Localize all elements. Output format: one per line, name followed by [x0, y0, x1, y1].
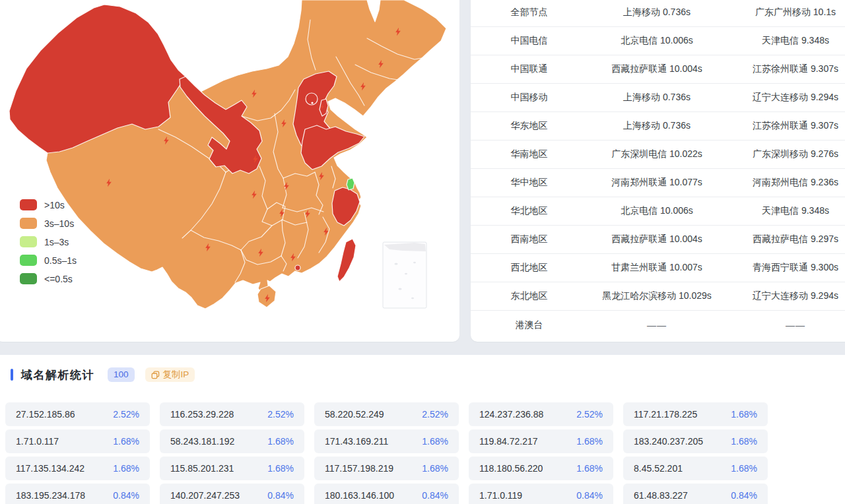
ip-percentage: 1.68%: [113, 436, 139, 447]
ip-address: 117.157.198.219: [325, 463, 393, 474]
legend-item: 3s–10s: [20, 218, 77, 229]
region-label: 华东地区: [471, 120, 588, 132]
node-a-value: 北京电信 10.006s: [588, 35, 726, 47]
node-table-row: 华南地区 广东深圳电信 10.022s 广东深圳移动 9.276s: [471, 141, 845, 169]
map-legend: >10s 3s–10s 1s–3s 0.5s–1s <=0.5s: [20, 199, 77, 292]
ip-stat-cell: 140.207.247.253 0.84%: [160, 484, 304, 504]
node-table-row: 全部节点 上海移动 0.736s 广东广州移动 10.1s: [471, 0, 845, 27]
copy-icon: [151, 371, 160, 379]
legend-label: >10s: [44, 200, 65, 210]
ip-percentage: 1.68%: [267, 463, 294, 474]
ip-stat-cell: 171.43.169.211 1.68%: [314, 429, 459, 453]
region-label: 港澳台: [471, 319, 588, 331]
china-map[interactable]: [0, 0, 462, 343]
ip-stat-cell: 58.220.52.249 2.52%: [314, 402, 459, 426]
node-speed-table-card: 全部节点 上海移动 0.736s 广东广州移动 10.1s 中国电信 北京电信 …: [471, 0, 845, 342]
node-b-value: 江苏徐州联通 9.307s: [726, 120, 845, 132]
node-table-row: 中国移动 上海移动 0.736s 辽宁大连移动 9.294s: [471, 84, 845, 112]
node-table-row: 西北地区 甘肃兰州联通 10.007s 青海西宁联通 9.300s: [471, 254, 845, 282]
ip-percentage: 0.84%: [422, 490, 448, 501]
ip-stat-cell: 118.180.56.220 1.68%: [469, 457, 613, 480]
ip-stat-cell: 115.85.201.231 1.68%: [160, 457, 304, 480]
south-china-sea-inset: [383, 242, 426, 308]
ip-percentage: 2.52%: [576, 409, 603, 420]
ip-stats-grid: 27.152.185.86 2.52% 116.253.29.228 2.52%…: [5, 402, 768, 504]
ip-stat-cell: 58.243.181.192 1.68%: [160, 429, 304, 453]
copy-ip-button[interactable]: 复制IP: [145, 367, 195, 382]
node-b-value: 天津电信 9.348s: [726, 205, 845, 217]
ip-percentage: 1.68%: [113, 463, 139, 474]
node-b-value: 河南郑州电信 9.236s: [726, 177, 845, 189]
ip-percentage: 1.68%: [731, 436, 757, 447]
ip-stat-cell: 8.45.52.201 1.68%: [623, 457, 768, 480]
beijing-city-dot: [311, 102, 313, 104]
ip-address: 58.243.181.192: [170, 436, 234, 447]
node-b-value: 青海西宁联通 9.300s: [726, 262, 845, 274]
node-table-row: 港澳台 —— ——: [471, 311, 845, 339]
ip-stat-cell: 183.195.234.178 0.84%: [5, 484, 150, 504]
ip-stat-cell: 1.71.0.117 1.68%: [5, 429, 150, 453]
map-card: >10s 3s–10s 1s–3s 0.5s–1s <=0.5s: [0, 0, 459, 342]
province-zhejiang: [332, 187, 360, 226]
node-b-value: 西藏拉萨电信 9.297s: [726, 234, 845, 245]
ip-stat-cell: 117.21.178.225 1.68%: [623, 402, 768, 426]
legend-label: 1s–3s: [44, 237, 69, 247]
ip-percentage: 0.84%: [576, 490, 603, 501]
region-label: 中国电信: [471, 35, 588, 47]
ip-stat-cell: 124.237.236.88 2.52%: [469, 402, 613, 426]
ip-stat-cell: 180.163.146.100 0.84%: [314, 484, 459, 504]
ip-stat-cell: 119.84.72.217 1.68%: [469, 429, 613, 453]
node-b-value: 辽宁大连移动 9.294s: [726, 92, 845, 104]
ip-stat-cell: 183.240.237.205 1.68%: [623, 429, 768, 453]
node-table-row: 华中地区 河南郑州联通 10.077s 河南郑州电信 9.236s: [471, 169, 845, 197]
ip-percentage: 2.52%: [422, 409, 448, 420]
legend-label: <=0.5s: [44, 274, 73, 284]
ip-percentage: 1.68%: [731, 409, 757, 420]
title-accent-bar: [11, 369, 13, 381]
node-a-value: 北京电信 10.006s: [588, 205, 726, 217]
legend-swatch: [20, 236, 37, 247]
region-label: 全部节点: [471, 7, 588, 18]
ip-address: 27.152.185.86: [16, 409, 75, 420]
ip-percentage: 0.84%: [731, 490, 757, 501]
ip-address: 183.240.237.205: [634, 436, 703, 447]
ip-percentage: 2.52%: [267, 409, 294, 420]
pearl-river-delta-dot: [295, 265, 300, 270]
ip-percentage: 1.68%: [576, 463, 603, 474]
node-table-row: 华东地区 上海移动 0.736s 江苏徐州联通 9.307s: [471, 112, 845, 141]
ip-address: 183.195.234.178: [16, 490, 85, 501]
region-label: 西北地区: [471, 262, 588, 274]
ip-address: 117.21.178.225: [634, 409, 697, 420]
ip-address: 58.220.52.249: [325, 409, 384, 420]
node-a-value: ——: [588, 320, 726, 331]
legend-swatch: [20, 273, 37, 284]
node-b-value: 辽宁大连移动 9.294s: [726, 290, 845, 302]
ip-address: 117.135.134.242: [16, 463, 84, 474]
network-monitoring-page: { "map": { "legend": [ {"label": ">10s",…: [0, 0, 845, 504]
node-table-row: 华北地区 北京电信 10.006s 天津电信 9.348s: [471, 197, 845, 226]
dns-stats-panel: 域名解析统计 100 复制IP 27.152.185.86 2.52% 116.…: [0, 355, 845, 504]
ip-stat-cell: 116.253.29.228 2.52%: [160, 402, 304, 426]
node-a-value: 西藏拉萨联通 10.004s: [588, 234, 726, 245]
province-shanghai[interactable]: [347, 178, 355, 190]
ip-stat-cell: 61.48.83.227 0.84%: [623, 484, 768, 504]
region-label: 中国移动: [471, 92, 588, 104]
node-a-value: 上海移动 0.736s: [588, 7, 726, 18]
ip-address: 180.163.146.100: [325, 490, 394, 501]
region-label: 西南地区: [471, 234, 588, 245]
ip-percentage: 0.84%: [113, 490, 139, 501]
ip-address: 1.71.0.117: [16, 436, 59, 447]
legend-swatch: [20, 218, 37, 229]
legend-item: <=0.5s: [20, 273, 77, 284]
province-taiwan: [337, 239, 356, 282]
node-a-value: 河南郑州联通 10.077s: [588, 177, 726, 189]
legend-label: 3s–10s: [44, 218, 74, 229]
node-table-row: 西南地区 西藏拉萨联通 10.004s 西藏拉萨电信 9.297s: [471, 226, 845, 254]
region-label: 华中地区: [471, 177, 588, 189]
region-label: 东北地区: [471, 290, 588, 302]
ip-percentage: 0.84%: [267, 490, 294, 501]
ip-percentage: 1.68%: [576, 436, 603, 447]
ip-percentage: 2.52%: [113, 409, 139, 420]
node-a-value: 甘肃兰州联通 10.007s: [588, 262, 726, 274]
node-b-value: ——: [726, 320, 845, 331]
